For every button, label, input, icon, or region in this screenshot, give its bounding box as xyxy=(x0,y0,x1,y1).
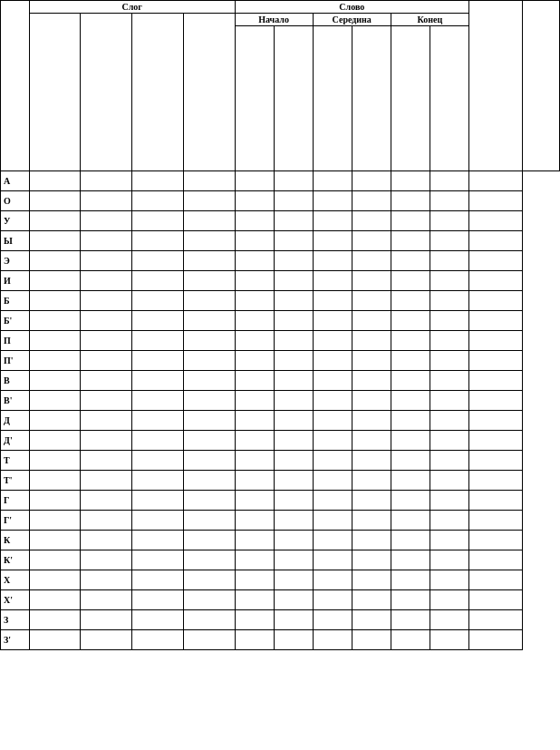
data-cell[interactable] xyxy=(274,610,313,630)
data-cell[interactable] xyxy=(274,491,313,511)
data-cell[interactable] xyxy=(183,251,235,271)
data-cell[interactable] xyxy=(313,211,352,231)
data-cell[interactable] xyxy=(132,531,184,550)
data-cell[interactable] xyxy=(183,550,235,570)
data-cell[interactable] xyxy=(352,590,391,610)
data-cell[interactable] xyxy=(235,311,274,331)
data-cell[interactable] xyxy=(183,371,235,391)
data-cell[interactable] xyxy=(352,391,391,411)
data-cell[interactable] xyxy=(469,291,523,311)
data-cell[interactable] xyxy=(183,511,235,531)
data-cell[interactable] xyxy=(391,251,430,271)
data-cell[interactable] xyxy=(352,550,391,570)
data-cell[interactable] xyxy=(29,451,81,471)
data-cell[interactable] xyxy=(430,391,468,411)
data-cell[interactable] xyxy=(313,391,352,411)
data-cell[interactable] xyxy=(430,171,468,191)
data-cell[interactable] xyxy=(81,231,132,251)
data-cell[interactable] xyxy=(29,311,81,331)
data-cell[interactable] xyxy=(391,630,430,650)
data-cell[interactable] xyxy=(391,271,430,291)
data-cell[interactable] xyxy=(29,411,81,431)
data-cell[interactable] xyxy=(352,251,391,271)
data-cell[interactable] xyxy=(132,610,184,630)
data-cell[interactable] xyxy=(235,431,274,451)
data-cell[interactable] xyxy=(313,351,352,371)
data-cell[interactable] xyxy=(469,531,523,550)
data-cell[interactable] xyxy=(235,291,274,311)
data-cell[interactable] xyxy=(430,590,468,610)
data-cell[interactable] xyxy=(132,191,184,211)
data-cell[interactable] xyxy=(183,630,235,650)
data-cell[interactable] xyxy=(469,371,523,391)
data-cell[interactable] xyxy=(29,610,81,630)
data-cell[interactable] xyxy=(235,391,274,411)
data-cell[interactable] xyxy=(313,331,352,351)
data-cell[interactable] xyxy=(274,451,313,471)
data-cell[interactable] xyxy=(274,391,313,411)
data-cell[interactable] xyxy=(469,351,523,371)
data-cell[interactable] xyxy=(352,471,391,491)
data-cell[interactable] xyxy=(352,630,391,650)
data-cell[interactable] xyxy=(430,531,468,550)
data-cell[interactable] xyxy=(430,451,468,471)
data-cell[interactable] xyxy=(29,171,81,191)
data-cell[interactable] xyxy=(183,331,235,351)
data-cell[interactable] xyxy=(391,351,430,371)
data-cell[interactable] xyxy=(29,471,81,491)
data-cell[interactable] xyxy=(313,610,352,630)
data-cell[interactable] xyxy=(469,411,523,431)
data-cell[interactable] xyxy=(81,391,132,411)
data-cell[interactable] xyxy=(469,231,523,251)
data-cell[interactable] xyxy=(274,311,313,331)
data-cell[interactable] xyxy=(469,331,523,351)
data-cell[interactable] xyxy=(274,431,313,451)
data-cell[interactable] xyxy=(352,411,391,431)
data-cell[interactable] xyxy=(352,191,391,211)
data-cell[interactable] xyxy=(430,311,468,331)
data-cell[interactable] xyxy=(469,610,523,630)
data-cell[interactable] xyxy=(391,550,430,570)
data-cell[interactable] xyxy=(430,511,468,531)
data-cell[interactable] xyxy=(183,391,235,411)
data-cell[interactable] xyxy=(274,511,313,531)
data-cell[interactable] xyxy=(391,431,430,451)
data-cell[interactable] xyxy=(235,550,274,570)
data-cell[interactable] xyxy=(29,511,81,531)
data-cell[interactable] xyxy=(132,171,184,191)
data-cell[interactable] xyxy=(183,191,235,211)
data-cell[interactable] xyxy=(391,491,430,511)
data-cell[interactable] xyxy=(313,451,352,471)
data-cell[interactable] xyxy=(313,630,352,650)
data-cell[interactable] xyxy=(391,371,430,391)
data-cell[interactable] xyxy=(391,191,430,211)
data-cell[interactable] xyxy=(132,391,184,411)
data-cell[interactable] xyxy=(352,291,391,311)
data-cell[interactable] xyxy=(391,570,430,590)
data-cell[interactable] xyxy=(430,491,468,511)
data-cell[interactable] xyxy=(183,311,235,331)
data-cell[interactable] xyxy=(313,570,352,590)
data-cell[interactable] xyxy=(391,531,430,550)
data-cell[interactable] xyxy=(352,431,391,451)
data-cell[interactable] xyxy=(274,411,313,431)
data-cell[interactable] xyxy=(469,211,523,231)
data-cell[interactable] xyxy=(430,371,468,391)
data-cell[interactable] xyxy=(274,171,313,191)
data-cell[interactable] xyxy=(274,371,313,391)
data-cell[interactable] xyxy=(81,630,132,650)
data-cell[interactable] xyxy=(391,231,430,251)
data-cell[interactable] xyxy=(352,171,391,191)
data-cell[interactable] xyxy=(132,570,184,590)
data-cell[interactable] xyxy=(352,531,391,550)
data-cell[interactable] xyxy=(469,271,523,291)
data-cell[interactable] xyxy=(183,590,235,610)
data-cell[interactable] xyxy=(132,411,184,431)
data-cell[interactable] xyxy=(235,570,274,590)
data-cell[interactable] xyxy=(81,550,132,570)
data-cell[interactable] xyxy=(313,191,352,211)
data-cell[interactable] xyxy=(469,491,523,511)
data-cell[interactable] xyxy=(132,491,184,511)
data-cell[interactable] xyxy=(29,211,81,231)
data-cell[interactable] xyxy=(235,511,274,531)
